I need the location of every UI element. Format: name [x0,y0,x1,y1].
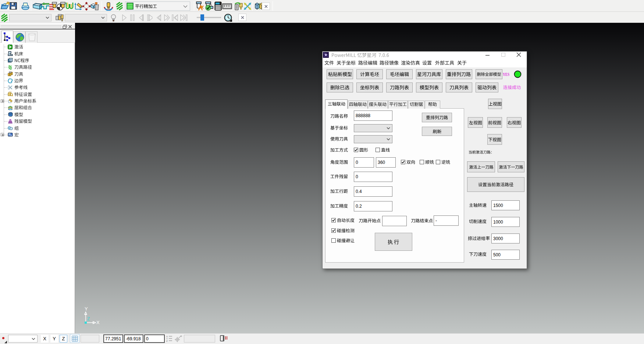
svg-text:Z: Z [166,340,168,342]
svg-text:Y: Y [85,306,88,312]
svg-text:Z: Z [87,316,90,322]
svg-text:X: X [96,320,100,325]
